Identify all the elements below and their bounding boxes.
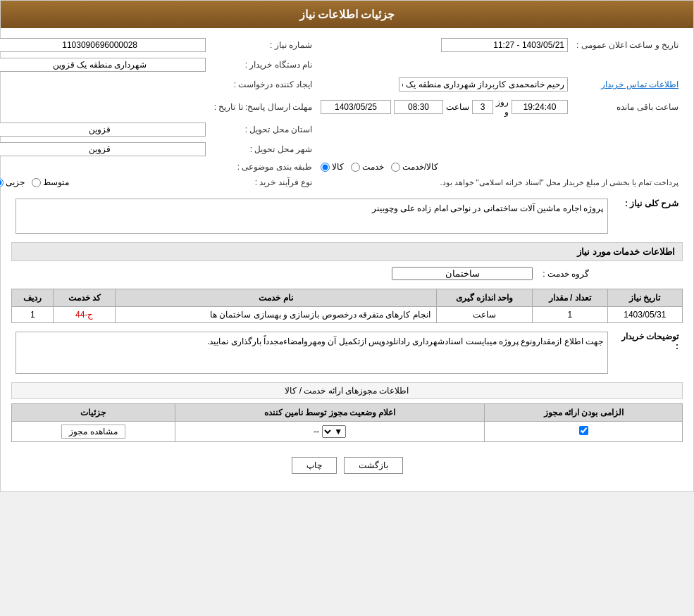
empty-sg-1 [653, 264, 683, 283]
permits-section-title: اطلاعات مجوزهای ارائه خدمت / کالا [11, 382, 683, 399]
services-table: تاریخ نیاز تعداد / مقدار واحد اندازه گیر… [11, 289, 683, 323]
description-label: شرح کلی نیاز : [612, 196, 683, 237]
row-buyer-org: نام دستگاه خریدار : [0, 55, 683, 75]
col-code: کد خدمت [54, 289, 116, 307]
medium-label: متوسط [43, 177, 69, 187]
city-input[interactable] [0, 142, 206, 156]
goods-label: کالا [332, 162, 344, 172]
description-value-cell: پروژه اجاره ماشین آلات ساختمانی در نواحی… [11, 196, 612, 237]
row-service-group: گروه خدمت : [11, 264, 683, 283]
content-area: تاریخ و ساعت اعلان عمومی : شماره نیاز : … [1, 28, 693, 491]
time-label: ساعت [446, 102, 469, 112]
permits-tbody: ▼ -- مشاهده مجوز [12, 422, 683, 442]
empty-cell-9 [572, 159, 683, 175]
category-value-cell: کالا/خدمت خدمت کالا [316, 159, 572, 175]
need-number-value-cell [0, 35, 210, 55]
contact-link-cell: اطلاعات تماس خریدار [572, 75, 683, 94]
empty-cell-10 [0, 159, 210, 175]
description-table: شرح کلی نیاز : پروژه اجاره ماشین آلات سا… [11, 196, 683, 237]
buttons-row: بازگشت چاپ [11, 446, 683, 484]
contact-link[interactable]: اطلاعات تماس خریدار [601, 80, 678, 89]
radio-goods: کالا [321, 162, 344, 172]
service-group-value-cell [11, 264, 537, 283]
col-unit: واحد اندازه گیری [436, 289, 532, 307]
goods-service-label: کالا/خدمت [402, 162, 438, 172]
row-service-name: انجام کارهای متفرقه درخصوص بازسازی و بهس… [116, 307, 437, 323]
main-info-table: تاریخ و ساعت اعلان عمومی : شماره نیاز : … [0, 35, 683, 190]
remaining-label-cell: ساعت باقی مانده [572, 94, 683, 120]
page-title: جزئیات اطلاعات نیاز [299, 8, 395, 20]
mandatory-checkbox[interactable] [579, 426, 588, 435]
row-date: 1403/05/31 [607, 307, 683, 323]
purchase-type-note-cell: پرداخت تمام یا بخشی از مبلغ خریدار محل "… [316, 175, 683, 190]
row-category: کالا/خدمت خدمت کالا طبقه بندی موضو [0, 159, 683, 175]
radio-service-input[interactable] [351, 163, 360, 172]
radio-medium-input[interactable] [32, 178, 41, 187]
remaining-days-input[interactable] [472, 100, 493, 114]
partial-label: جزیی [6, 177, 25, 187]
row-quantity: 1 [533, 307, 607, 323]
print-button[interactable]: چاپ [292, 457, 337, 474]
radio-goods-input[interactable] [321, 163, 330, 172]
view-permit-button[interactable]: مشاهده مجوز [61, 425, 125, 439]
services-tbody: 1403/05/31 1 ساعت انجام کارهای متفرقه در… [12, 307, 683, 323]
col-date: تاریخ نیاز [607, 289, 683, 307]
buyer-org-input[interactable] [0, 58, 206, 72]
category-label: طبقه بندی موضوعی : [210, 159, 316, 175]
status-select[interactable]: ▼ [322, 425, 346, 438]
notes-value-cell: جهت اطلاع ازمقدارونوع پروژه میبایست اسنا… [11, 329, 612, 377]
page-header: جزئیات اطلاعات نیاز [1, 1, 693, 28]
announce-date-input[interactable] [441, 38, 568, 52]
announce-date-value-cell [316, 35, 572, 55]
services-section-title: اطلاعات خدمات مورد نیاز [11, 242, 683, 261]
permits-header-row: الزامی بودن ارائه مجوز اعلام وضعیت مجوز … [12, 404, 683, 422]
row-province: استان محل تحویل : [0, 120, 683, 139]
reply-deadline-label: مهلت ارسال پاسخ: تا تاریخ : [210, 94, 316, 120]
notes-text: جهت اطلاع ازمقدارونوع پروژه میبایست اسنا… [207, 337, 603, 346]
radio-goods-service: کالا/خدمت [391, 162, 438, 172]
page-wrapper: جزئیات اطلاعات نیاز تاریخ و ساعت اعلان ع… [0, 0, 694, 492]
announce-date-label: تاریخ و ساعت اعلان عمومی : [572, 35, 683, 55]
notes-table: توضیحات خریدار : جهت اطلاع ازمقدارونوع پ… [11, 329, 683, 377]
radio-partial: جزیی [0, 177, 25, 187]
status-cell: ▼ -- [175, 422, 485, 442]
col-row: ردیف [12, 289, 54, 307]
buyer-org-value-cell [0, 55, 210, 75]
empty-sg-2 [624, 264, 653, 283]
province-input[interactable] [0, 122, 206, 137]
permits-thead: الزامی بودن ارائه مجوز اعلام وضعیت مجوز … [12, 404, 683, 422]
col-quantity: تعداد / مقدار [533, 289, 607, 307]
city-label: شهر محل تحویل : [210, 139, 316, 159]
description-box: پروژه اجاره ماشین آلات ساختمانی در نواحی… [16, 199, 608, 234]
row-purchase-type: پرداخت تمام یا بخشی از مبلغ خریدار محل "… [0, 175, 683, 190]
permits-col-details: جزئیات [12, 404, 175, 422]
reply-date-input[interactable] [321, 100, 391, 114]
radio-partial-input[interactable] [0, 178, 4, 187]
requester-input[interactable] [399, 77, 568, 92]
service-group-table: گروه خدمت : [11, 264, 683, 283]
service-group-label: گروه خدمت : [537, 264, 593, 283]
buyer-org-label: نام دستگاه خریدار : [210, 55, 316, 75]
row-description: شرح کلی نیاز : پروژه اجاره ماشین آلات سا… [11, 196, 683, 237]
service-group-input[interactable] [392, 267, 533, 280]
need-number-input[interactable] [0, 38, 206, 52]
description-text: پروژه اجاره ماشین آلات ساختمانی در نواحی… [372, 203, 603, 213]
purchase-type-note: پرداخت تمام یا بخشی از مبلغ خریدار محل "… [440, 178, 678, 187]
reply-time-input[interactable] [394, 100, 443, 114]
row-unit: ساعت [436, 307, 532, 323]
row-notes: توضیحات خریدار : جهت اطلاع ازمقدارونوع پ… [11, 329, 683, 377]
requester-value-cell [316, 75, 572, 94]
empty-cell-8 [316, 139, 572, 159]
back-button[interactable]: بازگشت [344, 457, 403, 474]
requester-label: ایجاد کننده درخواست : [210, 75, 316, 94]
row-city: شهر محل تحویل : [0, 139, 683, 159]
remaining-time-input[interactable] [512, 100, 568, 114]
radio-goods-service-input[interactable] [391, 163, 400, 172]
day-label: روز و [496, 97, 509, 117]
time-row: روز و ساعت [321, 97, 568, 117]
services-thead: تاریخ نیاز تعداد / مقدار واحد اندازه گیر… [12, 289, 683, 307]
purchase-type-radio-cell: متوسط جزیی [0, 175, 210, 190]
details-cell: مشاهده مجوز [12, 422, 175, 442]
permits-table: الزامی بودن ارائه مجوز اعلام وضعیت مجوز … [11, 403, 683, 442]
mandatory-cell [485, 422, 683, 442]
